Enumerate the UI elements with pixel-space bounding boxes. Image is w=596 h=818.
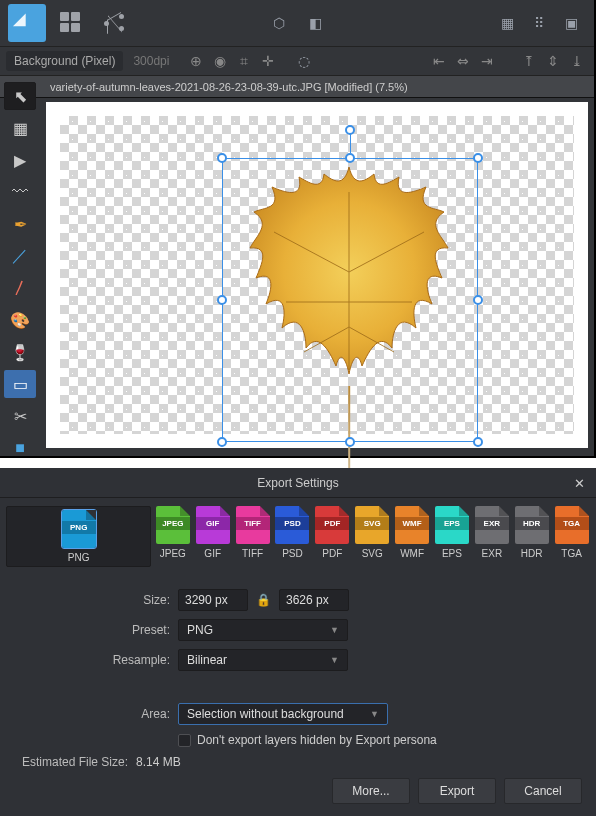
toggle-icon: ◧ [306,14,324,32]
liquify-persona-button[interactable] [52,4,90,42]
top-center-group: ⬡ ◧ [265,9,329,37]
format-png[interactable]: PNGPNG [6,506,151,567]
handle-bottom-left[interactable] [217,437,227,447]
context-bar: Background (Pixel) 300dpi ⊕ ◉ ⌗ ✛ ◌ ⇤ ⇔ … [0,46,594,76]
handle-top-left[interactable] [217,153,227,163]
snap-button[interactable]: ▦ [494,10,520,36]
handle-mid-right[interactable] [473,295,483,305]
export-button[interactable]: Export [418,778,496,804]
format-exr[interactable]: EXREXR [473,506,510,567]
format-jpeg[interactable]: JPEGJPEG [154,506,191,567]
active-layer-label[interactable]: Background (Pixel) [6,51,123,71]
file-icon: TIFF [236,506,270,544]
chevron-down-icon: ▼ [330,625,339,635]
selection-tool[interactable]: ▦ [4,114,36,142]
photo-persona-button[interactable] [8,4,46,42]
paint-tool[interactable]: 〳 [4,274,36,302]
move-tool[interactable]: ⬉ [4,82,36,110]
dots-icon: ⠿ [530,14,548,32]
format-label: WMF [400,548,424,559]
format-list: PNGPNGJPEGJPEGGIFGIFTIFFTIFFPSDPSDPDFPDF… [0,498,596,577]
format-label: SVG [362,548,383,559]
area-select[interactable]: Selection without background▼ [178,703,388,725]
file-band: SVG [355,517,389,530]
dpi-label[interactable]: 300dpi [133,54,169,68]
color-tool[interactable]: 🎨 [4,306,36,334]
format-wmf[interactable]: WMFWMF [394,506,431,567]
canvas[interactable] [46,102,588,448]
format-label: EPS [442,548,462,559]
align-top-icon[interactable]: ⤒ [518,50,540,72]
file-band: PDF [315,517,349,530]
snap-pixel-button[interactable]: ⠿ [526,10,552,36]
file-icon: EPS [435,506,469,544]
crosshair-icon[interactable]: ✛ [257,50,279,72]
format-label: GIF [204,548,221,559]
width-input[interactable]: 3290 px [178,589,248,611]
node-tool[interactable]: ▶ [4,146,36,174]
handle-top-center[interactable] [345,153,355,163]
top-toolbar: ⬡ ◧ ▦ ⠿ ▣ [0,0,594,46]
target-icon[interactable]: ⊕ [185,50,207,72]
preset-select[interactable]: PNG▼ [178,619,348,641]
align-left-icon[interactable]: ⇤ [428,50,450,72]
file-band: EPS [435,517,469,530]
format-psd[interactable]: PSDPSD [274,506,311,567]
eye-icon[interactable]: ◉ [209,50,231,72]
close-button[interactable]: ✕ [570,474,588,492]
handle-bottom-center[interactable] [345,437,355,447]
glass-tool[interactable]: 🍷 [4,338,36,366]
document-tab[interactable]: variety-of-autumn-leaves-2021-08-26-23-0… [0,76,594,98]
format-svg[interactable]: SVGSVG [354,506,391,567]
rotation-handle[interactable] [345,125,355,135]
format-pdf[interactable]: PDFPDF [314,506,351,567]
hidden-layers-check[interactable]: Don't export layers hidden by Export per… [178,733,437,747]
lock-aspect-icon[interactable]: 🔒 [256,593,271,607]
handle-bottom-right[interactable] [473,437,483,447]
brush-tool[interactable]: ／ [4,242,36,270]
marquee-icon[interactable]: ◌ [295,52,313,70]
file-band: PSD [275,517,309,530]
file-icon: GIF [196,506,230,544]
shield-icon: ⬡ [270,14,288,32]
file-band: PNG [62,521,96,534]
handle-top-right[interactable] [473,153,483,163]
resample-label: Resample: [20,653,170,667]
height-input[interactable]: 3626 px [279,589,349,611]
format-tga[interactable]: TGATGA [553,506,590,567]
more-button[interactable]: More... [332,778,410,804]
file-band: TGA [555,517,589,530]
selection-bounds[interactable] [222,158,478,442]
transform-button[interactable]: ▣ [558,10,584,36]
pen-tool[interactable]: ✒ [4,210,36,238]
format-eps[interactable]: EPSEPS [434,506,471,567]
crop-icon[interactable]: ⌗ [233,50,255,72]
toggle-button[interactable]: ◧ [301,9,329,37]
file-icon: HDR [515,506,549,544]
export-form: Size: 3290 px 🔒 3626 px Preset: PNG▼ Res… [0,577,596,789]
format-label: TIFF [242,548,263,559]
format-label: PSD [282,548,303,559]
cancel-button[interactable]: Cancel [504,778,582,804]
format-hdr[interactable]: HDRHDR [513,506,550,567]
align-center-icon[interactable]: ⇔ [452,50,474,72]
image-tool[interactable]: ▭ [4,370,36,398]
format-gif[interactable]: GIFGIF [194,506,231,567]
file-band: EXR [475,517,509,530]
format-label: PNG [68,552,90,563]
export-persona-button[interactable] [96,4,134,42]
format-tiff[interactable]: TIFFTIFF [234,506,271,567]
file-icon: SVG [355,506,389,544]
align-bottom-icon[interactable]: ⤓ [566,50,588,72]
align-right-icon[interactable]: ⇥ [476,50,498,72]
file-band: GIF [196,517,230,530]
align-middle-icon[interactable]: ⇕ [542,50,564,72]
quick-mask-button[interactable]: ⬡ [265,9,293,37]
lasso-tool[interactable]: 〰 [4,178,36,206]
rect-shape-tool[interactable]: ■ [4,434,36,462]
resample-select[interactable]: Bilinear▼ [178,649,348,671]
bounds-icon: ▣ [562,14,580,32]
crop-tool2[interactable]: ✂ [4,402,36,430]
handle-mid-left[interactable] [217,295,227,305]
size-label: Size: [20,593,170,607]
